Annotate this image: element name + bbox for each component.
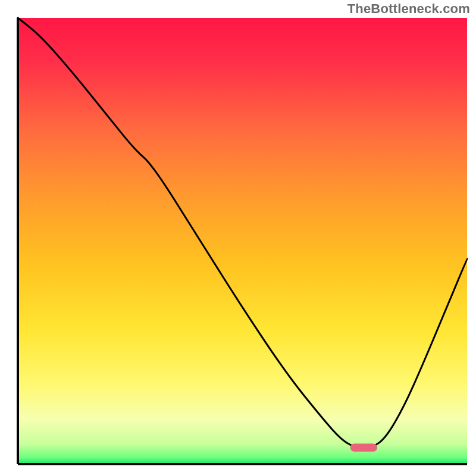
watermark-text: TheBottleneck.com bbox=[347, 1, 470, 17]
chart-stage: TheBottleneck.com bbox=[0, 0, 476, 476]
bottleneck-chart bbox=[0, 0, 476, 476]
min-marker bbox=[350, 444, 377, 452]
plot-background bbox=[18, 18, 467, 464]
